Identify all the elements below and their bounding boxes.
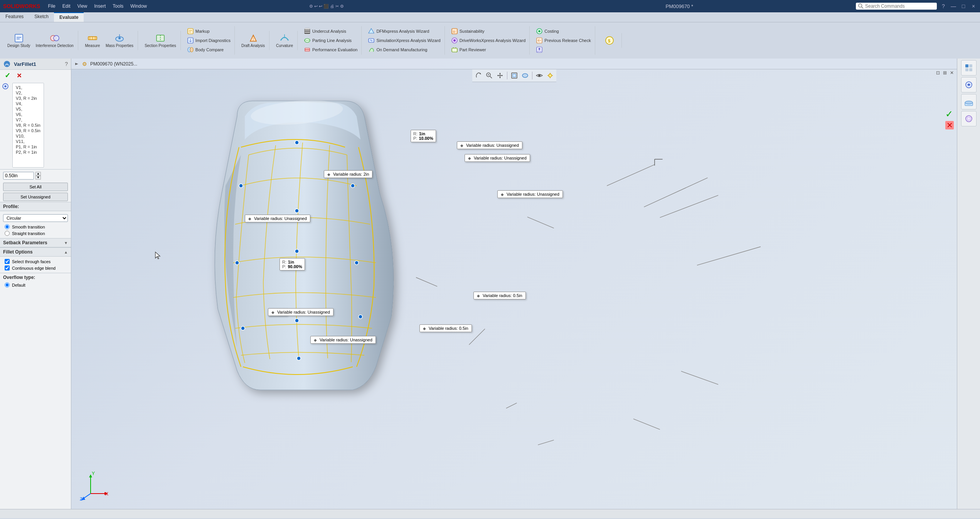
ribbon-interference[interactable]: Interference Detection <box>34 32 75 49</box>
menu-tools[interactable]: Tools <box>109 3 126 10</box>
vertex-v2[interactable]: V2, <box>14 90 42 96</box>
vertex-v10[interactable]: V10, <box>14 133 42 139</box>
svg-rect-15 <box>188 29 193 34</box>
ribbon-thickness[interactable]: Performance Evaluation <box>302 45 359 54</box>
menu-edit[interactable]: Edit <box>59 3 74 10</box>
ribbon-odm[interactable]: Part Reviewer <box>450 45 527 54</box>
vertex-v7[interactable]: V7, <box>14 117 42 123</box>
radius-down-button[interactable]: ▼ <box>35 176 41 180</box>
continuous-edge-blend-option[interactable]: Continuous edge blend <box>3 265 68 271</box>
decals-button[interactable] <box>961 111 977 126</box>
svg-point-108 <box>965 101 973 104</box>
ribbon-simxpress[interactable]: SimulationXpress Analysis Wizard <box>366 36 442 45</box>
ribbon-dfm[interactable]: D Sustainability <box>450 27 527 35</box>
ribbon-parting-line[interactable]: Parting Line Analysis <box>302 36 359 45</box>
overflow-default-option[interactable]: Default <box>3 282 68 288</box>
ribbon-draft[interactable]: Draft Analysis <box>239 32 267 49</box>
view-palette-button[interactable] <box>961 60 977 76</box>
vertex-v3[interactable]: V3, R = 2in <box>14 96 42 101</box>
tab-sketch[interactable]: Sketch <box>29 12 54 22</box>
ribbon-measure[interactable]: Measure <box>83 32 102 49</box>
ribbon-zebra[interactable]: Undercut Analysis <box>302 27 359 35</box>
profile-section-header[interactable]: Profile: <box>0 202 71 211</box>
float-panel-button[interactable]: ⊞ <box>941 69 948 76</box>
ribbon-import-diag[interactable]: Import Diagnostics <box>185 36 232 45</box>
close-panel-button[interactable]: ✕ <box>948 69 955 76</box>
expand-panel-button[interactable]: ⊡ <box>935 69 941 76</box>
overflow-default-radio[interactable] <box>5 282 10 287</box>
ribbon-3dexp[interactable]: DFMxpress Analysis Wizard <box>366 27 442 35</box>
ribbon-body-compare[interactable]: Body Compare <box>185 45 232 54</box>
ribbon-curvature[interactable]: Curvature <box>274 32 295 49</box>
menu-insert[interactable]: Insert <box>91 3 109 10</box>
minimize-button[interactable]: — <box>950 3 957 10</box>
vertex-v5[interactable]: V5, <box>14 106 42 112</box>
hide-show-icon[interactable] <box>535 71 544 80</box>
accept-check[interactable]: ✓ <box>945 109 954 119</box>
ribbon-part-reviewer[interactable] <box>534 45 592 54</box>
radius-spinner[interactable]: ▲ ▼ <box>35 172 41 180</box>
tab-features[interactable]: Features <box>0 12 29 22</box>
select-through-faces-checkbox[interactable] <box>5 259 10 264</box>
smooth-transition-radio[interactable] <box>5 224 10 229</box>
menu-window[interactable]: Window <box>127 3 150 10</box>
vertex-v9[interactable]: V9, R = 0.5in <box>14 128 42 133</box>
search-input[interactable] <box>865 3 935 9</box>
ribbon-mass-props[interactable]: Mass Properties <box>104 32 135 49</box>
radius-up-button[interactable]: ▲ <box>35 172 41 176</box>
svg-line-88 <box>633 419 660 430</box>
continuous-edge-blend-checkbox[interactable] <box>5 265 10 270</box>
vertex-v1[interactable]: V1, <box>14 85 42 90</box>
ribbon-driveworks[interactable]: DriveWorksXpress Analysis Wizard <box>450 36 527 45</box>
search-box[interactable] <box>856 3 937 10</box>
appearance-button[interactable] <box>961 77 977 92</box>
costing-icon: $ <box>604 35 615 46</box>
panel-help-icon[interactable]: ? <box>65 61 68 67</box>
zoom-icon[interactable] <box>485 71 494 80</box>
lighting-icon[interactable] <box>546 71 555 80</box>
vertex-v6[interactable]: V6, <box>14 112 42 117</box>
pan-icon[interactable] <box>495 71 505 80</box>
cancel-button[interactable]: ✕ <box>15 71 23 80</box>
tree-expand-icon[interactable] <box>74 62 79 66</box>
smooth-transition-option[interactable]: Smooth transition <box>3 223 68 230</box>
ribbon-design-study[interactable]: Design Study <box>5 32 32 49</box>
setback-section-header[interactable]: Setback Parameters ▼ <box>0 238 71 247</box>
ribbon-markup[interactable]: Markup <box>185 27 232 35</box>
radius-input[interactable] <box>3 172 34 180</box>
ribbon-costing[interactable]: $ <box>600 34 619 47</box>
vertex-list[interactable]: V1, V2, V3, R = 2in V4, V5, V6, V7, V8, … <box>12 83 44 168</box>
tab-evaluate[interactable]: Evaluate <box>54 12 84 22</box>
help-button[interactable]: ? <box>940 3 947 10</box>
svg-line-52 <box>490 76 492 78</box>
svg-rect-104 <box>965 68 968 71</box>
reject-x[interactable]: ✕ <box>945 121 954 129</box>
ribbon-prev-release[interactable]: Previous Release Check <box>534 36 592 45</box>
menu-view[interactable]: View <box>74 3 90 10</box>
set-all-button[interactable]: Set All <box>3 183 68 191</box>
display-mode-icon[interactable] <box>520 71 530 80</box>
close-button[interactable]: × <box>970 3 977 10</box>
maximize-button[interactable]: □ <box>960 3 967 10</box>
accept-button[interactable]: ✓ <box>3 71 12 80</box>
straight-transition-option[interactable]: Straight transition <box>3 230 68 237</box>
vertex-v8[interactable]: V8, R = 0.5in <box>14 123 42 128</box>
rotate-icon[interactable] <box>474 71 483 80</box>
select-through-faces-option[interactable]: Select through faces <box>3 258 68 265</box>
vertex-v4[interactable]: V4, <box>14 101 42 106</box>
ribbon-section-props[interactable]: Section Properties <box>143 32 178 49</box>
svg-rect-103 <box>969 64 972 67</box>
straight-transition-radio[interactable] <box>5 231 10 236</box>
viewport[interactable]: ⚙ PM009670 (WN2025... <box>71 59 957 509</box>
vertex-p2[interactable]: P2, R = 1in <box>14 149 42 155</box>
vertex-p1[interactable]: P1, R = 1in <box>14 144 42 149</box>
scene-button[interactable] <box>961 94 977 109</box>
menu-file[interactable]: File <box>45 3 58 10</box>
front-view-icon[interactable] <box>510 71 519 80</box>
fillet-options-header[interactable]: Fillet Options ▲ <box>0 247 71 257</box>
ribbon-floxpress[interactable]: On Demand Manufacturing <box>366 45 442 54</box>
set-unassigned-button[interactable]: Set Unassigned <box>3 193 68 201</box>
vertex-v11[interactable]: V11, <box>14 139 42 144</box>
profile-select[interactable]: Circular <box>3 214 68 222</box>
ribbon-sustainability[interactable]: Costing <box>534 27 592 35</box>
